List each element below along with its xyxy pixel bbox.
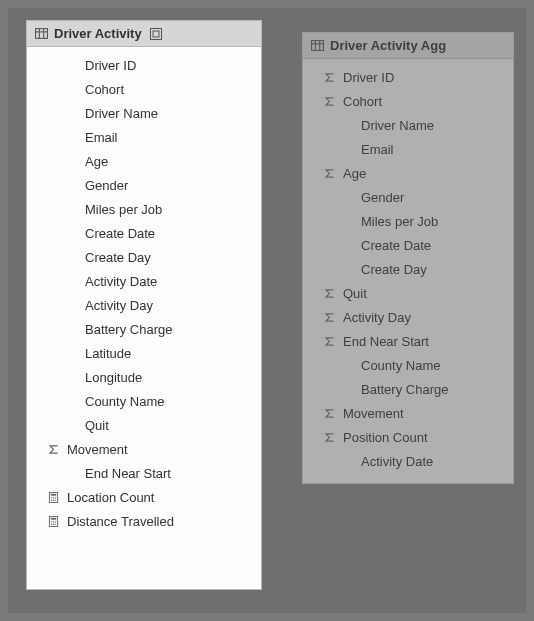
field-row[interactable]: Create Date — [27, 221, 261, 245]
field-row[interactable]: Position Count — [303, 425, 513, 449]
field-label: Age — [343, 166, 366, 181]
sigma-icon — [313, 72, 343, 83]
svg-point-20 — [53, 523, 54, 524]
field-label: End Near Start — [343, 334, 429, 349]
field-row[interactable]: Latitude — [27, 341, 261, 365]
panel-title: Driver Activity Agg — [330, 38, 446, 53]
field-label: Battery Charge — [85, 322, 172, 337]
panel-header[interactable]: Driver Activity — [27, 21, 261, 47]
svg-rect-7 — [51, 493, 57, 495]
field-row[interactable]: Email — [27, 125, 261, 149]
field-row[interactable]: Create Day — [303, 257, 513, 281]
field-row[interactable]: Cohort — [303, 89, 513, 113]
table-panel-driver-activity[interactable]: Driver ActivityDriver IDCohortDriver Nam… — [26, 20, 262, 590]
svg-rect-0 — [36, 29, 48, 39]
model-canvas[interactable]: Driver ActivityDriver IDCohortDriver Nam… — [8, 8, 526, 613]
field-label: Activity Day — [343, 310, 411, 325]
svg-point-17 — [53, 521, 54, 522]
field-row[interactable]: Driver ID — [27, 53, 261, 77]
table-icon — [35, 27, 48, 40]
field-row[interactable]: Age — [303, 161, 513, 185]
field-label: Latitude — [85, 346, 131, 361]
sigma-icon — [37, 444, 67, 455]
field-row[interactable]: Movement — [303, 401, 513, 425]
field-label: Cohort — [85, 82, 124, 97]
field-row[interactable]: Battery Charge — [303, 377, 513, 401]
field-label: Driver ID — [85, 58, 136, 73]
table-icon — [311, 39, 324, 52]
field-row[interactable]: End Near Start — [27, 461, 261, 485]
field-row[interactable]: Create Date — [303, 233, 513, 257]
field-label: Movement — [67, 442, 128, 457]
svg-point-8 — [51, 497, 52, 498]
sigma-icon — [313, 288, 343, 299]
table-panel-driver-activity-agg[interactable]: Driver Activity AggDriver IDCohortDriver… — [302, 32, 514, 484]
svg-point-19 — [51, 523, 52, 524]
field-row[interactable]: County Name — [303, 353, 513, 377]
field-label: Create Date — [85, 226, 155, 241]
field-row[interactable]: Age — [27, 149, 261, 173]
field-label: Activity Date — [85, 274, 157, 289]
field-row[interactable]: Miles per Job — [303, 209, 513, 233]
panel-body: Driver IDCohortDriver NameEmailAgeGender… — [303, 59, 513, 483]
sigma-icon — [313, 168, 343, 179]
field-row[interactable]: Miles per Job — [27, 197, 261, 221]
field-label: End Near Start — [85, 466, 171, 481]
field-row[interactable]: Movement — [27, 437, 261, 461]
svg-rect-15 — [51, 517, 57, 519]
field-label: Driver Name — [361, 118, 434, 133]
field-row[interactable]: County Name — [27, 389, 261, 413]
sigma-icon — [313, 336, 343, 347]
field-row[interactable]: Activity Day — [27, 293, 261, 317]
field-row[interactable]: Activity Day — [303, 305, 513, 329]
field-row[interactable]: Battery Charge — [27, 317, 261, 341]
field-row[interactable]: Quit — [303, 281, 513, 305]
svg-point-10 — [55, 497, 56, 498]
calc-icon — [37, 492, 67, 503]
field-label: Email — [85, 130, 118, 145]
sigma-icon — [313, 408, 343, 419]
field-label: Age — [85, 154, 108, 169]
field-label: Longitude — [85, 370, 142, 385]
svg-rect-22 — [312, 41, 324, 51]
field-row[interactable]: Activity Date — [27, 269, 261, 293]
field-row[interactable]: Distance Travelled — [27, 509, 261, 533]
sigma-icon — [313, 96, 343, 107]
field-row[interactable]: Driver ID — [303, 65, 513, 89]
field-label: Cohort — [343, 94, 382, 109]
svg-point-12 — [53, 499, 54, 500]
field-row[interactable]: Create Day — [27, 245, 261, 269]
field-label: Distance Travelled — [67, 514, 174, 529]
field-row[interactable]: Email — [303, 137, 513, 161]
field-row[interactable]: Quit — [27, 413, 261, 437]
svg-point-11 — [51, 499, 52, 500]
field-label: Create Day — [361, 262, 427, 277]
svg-point-21 — [55, 523, 56, 524]
field-row[interactable]: End Near Start — [303, 329, 513, 353]
field-label: Activity Day — [85, 298, 153, 313]
svg-rect-4 — [150, 28, 161, 39]
sigma-icon — [313, 312, 343, 323]
field-row[interactable]: Gender — [303, 185, 513, 209]
field-row[interactable]: Longitude — [27, 365, 261, 389]
svg-rect-5 — [153, 31, 159, 37]
field-row[interactable]: Driver Name — [303, 113, 513, 137]
field-label: Activity Date — [361, 454, 433, 469]
field-row[interactable]: Cohort — [27, 77, 261, 101]
panel-body: Driver IDCohortDriver NameEmailAgeGender… — [27, 47, 261, 543]
field-row[interactable]: Activity Date — [303, 449, 513, 473]
field-label: Position Count — [343, 430, 428, 445]
group-icon — [150, 28, 162, 40]
svg-point-13 — [55, 499, 56, 500]
field-row[interactable]: Location Count — [27, 485, 261, 509]
field-row[interactable]: Driver Name — [27, 101, 261, 125]
field-label: Battery Charge — [361, 382, 448, 397]
field-label: Driver ID — [343, 70, 394, 85]
field-label: County Name — [85, 394, 164, 409]
panel-header[interactable]: Driver Activity Agg — [303, 33, 513, 59]
field-label: Miles per Job — [361, 214, 438, 229]
svg-point-16 — [51, 521, 52, 522]
svg-point-18 — [55, 521, 56, 522]
field-row[interactable]: Gender — [27, 173, 261, 197]
field-label: Miles per Job — [85, 202, 162, 217]
